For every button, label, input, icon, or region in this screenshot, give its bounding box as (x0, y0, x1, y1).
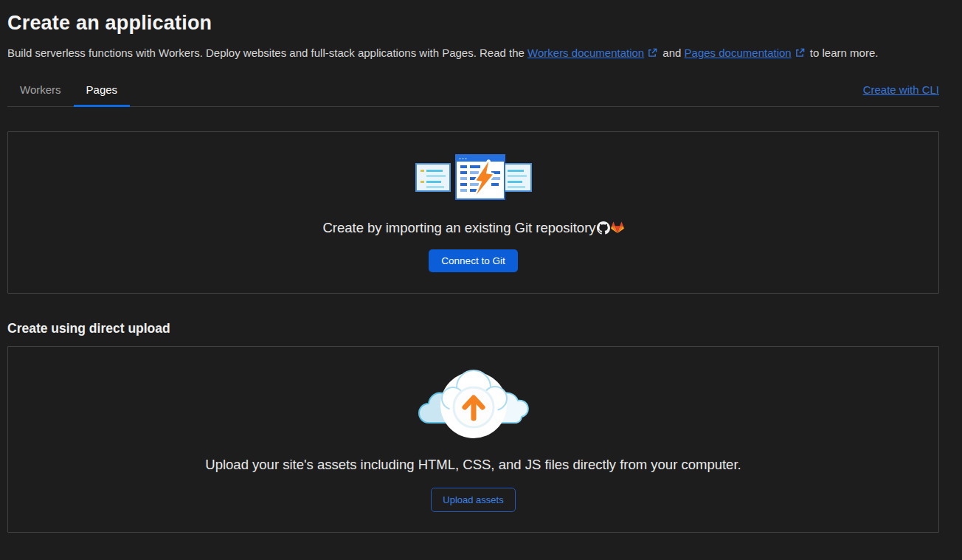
subtitle-text-before: Build serverless functions with Workers.… (7, 46, 527, 59)
tab-pages[interactable]: Pages (74, 73, 131, 106)
git-card-heading: Create by importing an existing Git repo… (322, 220, 623, 236)
connect-to-git-button[interactable]: Connect to Git (429, 249, 517, 272)
pages-documentation-label: Pages documentation (685, 46, 792, 59)
subtitle-text-after: to learn more. (807, 46, 879, 59)
upload-assets-button[interactable]: Upload assets (431, 488, 515, 512)
page-subtitle: Build serverless functions with Workers.… (7, 46, 939, 61)
pages-documentation-link[interactable]: Pages documentation (685, 46, 792, 59)
browser-windows-illustration (415, 153, 533, 204)
external-link-icon (795, 46, 805, 61)
github-icon (597, 221, 610, 235)
page-title: Create an application (7, 12, 939, 35)
direct-upload-heading: Create using direct upload (7, 321, 939, 336)
cloud-upload-illustration (418, 367, 529, 443)
workers-documentation-link[interactable]: Workers documentation (527, 46, 644, 59)
tab-bar: Workers Pages Create with CLI (7, 73, 939, 107)
upload-description: Upload your site's assets including HTML… (205, 457, 741, 473)
create-with-cli-link[interactable]: Create with CLI (863, 83, 939, 106)
git-import-card: Create by importing an existing Git repo… (7, 131, 939, 294)
subtitle-text-between: and (660, 46, 684, 59)
tab-workers[interactable]: Workers (7, 73, 74, 106)
external-link-icon (648, 46, 657, 61)
git-card-heading-text: Create by importing an existing Git repo… (322, 220, 595, 236)
tab-list: Workers Pages (7, 73, 130, 106)
direct-upload-card: Upload your site's assets including HTML… (7, 346, 939, 533)
workers-documentation-label: Workers documentation (527, 46, 644, 59)
gitlab-icon (611, 221, 624, 235)
